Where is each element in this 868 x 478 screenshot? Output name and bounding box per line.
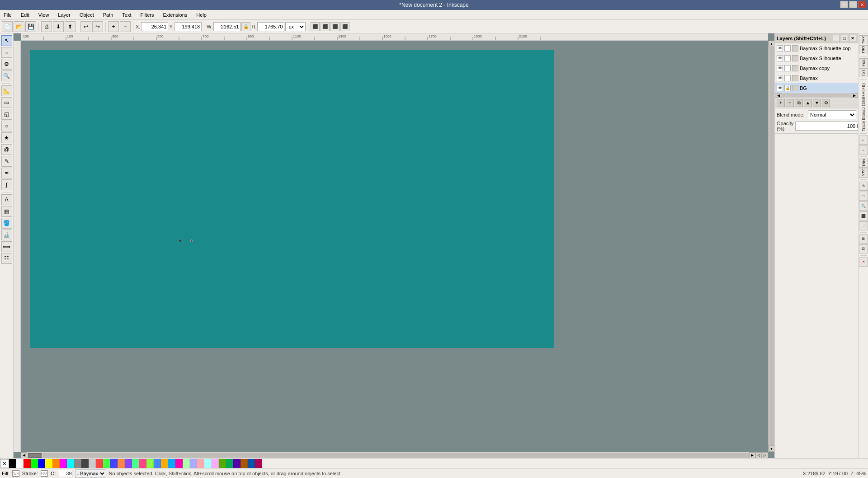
menu-view[interactable]: View xyxy=(37,11,51,19)
canvas-area[interactable] xyxy=(21,41,768,452)
h-input[interactable] xyxy=(257,22,284,31)
snap-button-2[interactable]: ⊡ xyxy=(859,244,868,253)
clone-tool[interactable]: ☷ xyxy=(1,253,12,264)
fill-tool[interactable]: 🪣 xyxy=(1,218,12,229)
select-tool[interactable]: ↖ xyxy=(1,35,12,46)
color-swatch[interactable] xyxy=(204,459,212,468)
move-layer-down-button[interactable]: ▼ xyxy=(813,99,821,107)
pencil-tool[interactable]: ✎ xyxy=(1,156,12,167)
menu-extensions[interactable]: Extensions xyxy=(161,11,189,19)
close-button[interactable]: ✕ xyxy=(858,1,866,8)
hscroll-left[interactable]: ◀ xyxy=(21,452,27,459)
color-swatch[interactable] xyxy=(24,459,31,468)
3d-tool[interactable]: ◱ xyxy=(1,109,12,120)
layer-select-sb[interactable]: - Baymax xyxy=(75,469,106,478)
layers-scroll-left[interactable]: ◀ xyxy=(775,93,782,98)
hscroll-right[interactable]: ▶ xyxy=(749,452,755,459)
align-left-button[interactable]: ⬛ xyxy=(311,22,320,31)
color-swatch[interactable] xyxy=(45,459,52,468)
connector-tool[interactable]: ⟺ xyxy=(1,241,12,252)
pen-tool[interactable]: ✒ xyxy=(1,168,12,178)
layer-row-4[interactable]: 👁 🔒 BG xyxy=(775,83,858,93)
circle-tool[interactable]: ○ xyxy=(1,121,12,131)
open-button[interactable]: 📂 xyxy=(14,21,24,32)
align-button[interactable]: ALN xyxy=(859,169,868,178)
layer-vis-3[interactable]: 👁 xyxy=(777,75,783,81)
color-swatch[interactable] xyxy=(132,459,139,468)
object-properties-button[interactable]: OBJ xyxy=(859,45,868,54)
color-swatch[interactable] xyxy=(255,459,262,468)
export-to-button[interactable]: ↑ xyxy=(859,145,868,155)
align-center-button[interactable]: ⬛ xyxy=(321,22,330,31)
color-swatch[interactable] xyxy=(31,459,38,468)
y-input[interactable] xyxy=(175,22,202,31)
menu-file[interactable]: File xyxy=(2,11,14,19)
star-tool[interactable]: ★ xyxy=(1,132,12,143)
layer-vis-2[interactable]: 👁 xyxy=(777,65,783,71)
color-swatch[interactable] xyxy=(219,459,226,468)
hscroll-corner-r[interactable]: ▷ xyxy=(762,452,768,459)
vscroll-down[interactable]: ▼ xyxy=(769,445,775,452)
import-button[interactable]: ⬇ xyxy=(53,21,64,32)
layer-row-0[interactable]: 👁 Baymax Silhouette cop xyxy=(775,43,858,53)
minimize-button[interactable]: − xyxy=(840,1,848,8)
vscroll-up[interactable]: ▲ xyxy=(769,41,775,47)
lock-ratio-button[interactable]: 🔒 xyxy=(241,22,250,31)
layers-float[interactable]: □ xyxy=(841,35,848,42)
layers-close[interactable]: ✕ xyxy=(849,35,856,42)
canvas-container[interactable]: ◀ ▶ ◁ ▷ ▲ ▼ xyxy=(14,33,774,458)
save-button[interactable]: 💾 xyxy=(25,21,36,32)
snap-button-1[interactable]: ⊞ xyxy=(859,234,868,244)
layers-scroll-right[interactable]: ▶ xyxy=(851,93,858,98)
blend-select[interactable]: Normal Multiply Screen Overlay xyxy=(808,110,856,119)
color-swatch[interactable] xyxy=(96,459,103,468)
color-swatch[interactable] xyxy=(103,459,110,468)
measure-tool[interactable]: 📐 xyxy=(1,85,12,96)
layers-scroll-track[interactable] xyxy=(782,94,851,97)
opacity-input[interactable] xyxy=(795,122,861,131)
hscroll-thumb[interactable] xyxy=(28,453,42,458)
xml-editor-button[interactable]: XML xyxy=(859,35,868,44)
gradient-tool[interactable]: ▦ xyxy=(1,206,12,217)
layer-lock-2[interactable] xyxy=(784,65,791,71)
zoom-tool[interactable]: 🔍 xyxy=(1,70,12,81)
remove-layer-button[interactable]: − xyxy=(786,99,794,107)
maximize-button[interactable]: □ xyxy=(849,1,857,8)
text-font-button[interactable]: TXT xyxy=(859,68,868,77)
hscroll-corner-l[interactable]: ◁ xyxy=(755,452,762,459)
w-input[interactable] xyxy=(213,22,241,31)
no-color-button[interactable]: ✕ xyxy=(0,459,9,468)
layer-lock-4[interactable]: 🔒 xyxy=(784,85,791,91)
edit-button-2[interactable]: T xyxy=(859,192,868,201)
color-swatch[interactable] xyxy=(146,459,154,468)
tweak-tool[interactable]: ⚙ xyxy=(1,59,12,70)
edit-button-1[interactable]: ✎ xyxy=(859,182,868,191)
layer-lock-0[interactable] xyxy=(784,45,791,52)
layer-row-2[interactable]: 👁 Baymax copy xyxy=(775,63,858,73)
close-button-panel[interactable]: ✕ xyxy=(859,258,868,267)
menu-layer[interactable]: Layer xyxy=(56,11,72,19)
opacity-sb-input[interactable] xyxy=(59,470,72,477)
layer-lock-3[interactable] xyxy=(784,75,791,81)
color-swatch[interactable] xyxy=(241,459,248,468)
color-swatch[interactable] xyxy=(118,459,125,468)
color-swatch[interactable] xyxy=(212,459,219,468)
color-swatch[interactable] xyxy=(110,459,118,468)
menu-path[interactable]: Path xyxy=(101,11,115,19)
color-swatch[interactable] xyxy=(52,459,60,468)
menu-filters[interactable]: Filters xyxy=(139,11,156,19)
rect-tool[interactable]: ▭ xyxy=(1,97,12,108)
menu-object[interactable]: Object xyxy=(78,11,96,19)
layer-vis-1[interactable]: 👁 xyxy=(777,55,783,61)
zoom-out-button[interactable]: − xyxy=(120,21,131,32)
layer-row-1[interactable]: 👁 Baymax Silhouette xyxy=(775,53,858,63)
color-swatch[interactable] xyxy=(81,459,89,468)
zoom-in-button[interactable]: + xyxy=(108,21,119,32)
add-layer-button[interactable]: + xyxy=(777,99,785,107)
calligraphy-tool[interactable]: ∫ xyxy=(1,179,12,190)
new-button[interactable]: 📄 xyxy=(2,21,13,32)
color-swatch[interactable] xyxy=(168,459,175,468)
hscroll-track[interactable] xyxy=(42,453,749,458)
layers-minimize[interactable]: _ xyxy=(833,35,840,42)
print-button[interactable]: 🖨 xyxy=(41,21,52,32)
